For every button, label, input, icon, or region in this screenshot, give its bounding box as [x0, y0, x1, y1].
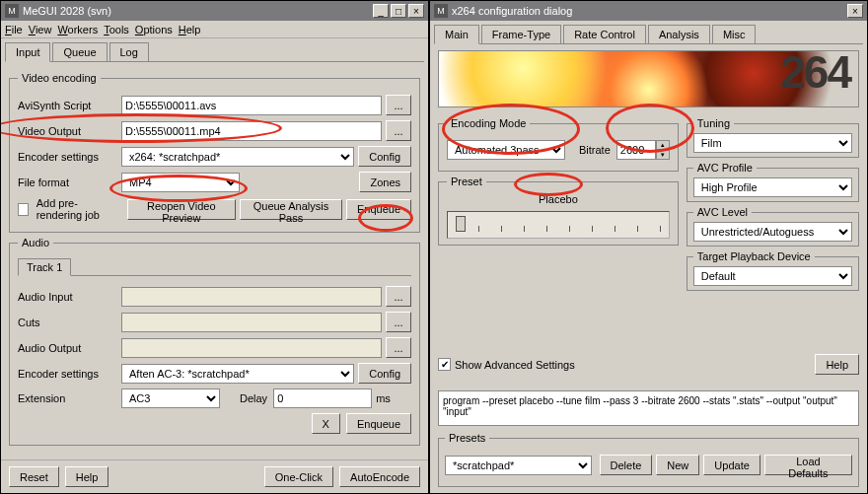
avisynth-input[interactable] — [121, 96, 382, 115]
bitrate-spinner[interactable]: ▲▼ — [616, 140, 670, 160]
video-output-input[interactable] — [121, 121, 382, 141]
menu-file[interactable]: File — [5, 24, 23, 35]
x264-config-window: M x264 configuration dialog × Main Frame… — [429, 0, 868, 494]
video-encoding-group: Video encoding AviSynth Script ... Video… — [9, 72, 420, 233]
ms-label: ms — [376, 392, 391, 404]
queue-analysis-button[interactable]: Queue Analysis Pass — [240, 199, 342, 220]
encoder-config-button[interactable]: Config — [358, 146, 411, 167]
titlebar[interactable]: M MeGUI 2028 (svn) _ □ × — [1, 1, 428, 21]
avc-profile-group: AVC Profile High Profile — [687, 162, 859, 202]
preset-update-button[interactable]: Update — [703, 455, 760, 475]
maximize-button[interactable]: □ — [391, 4, 406, 18]
tab-misc[interactable]: Misc — [712, 25, 757, 43]
preset-slider[interactable] — [447, 211, 670, 239]
audio-encoder-select[interactable]: Aften AC-3: *scratchpad* — [121, 364, 354, 384]
fileformat-select[interactable]: MP4 — [121, 173, 240, 192]
avc-profile-select[interactable]: High Profile — [693, 177, 852, 197]
preset-delete-button[interactable]: Delete — [600, 455, 653, 475]
video-output-browse-button[interactable]: ... — [386, 120, 411, 141]
delay-label: Delay — [240, 392, 267, 404]
video-encoding-legend: Video encoding — [18, 72, 101, 84]
menu-tools[interactable]: Tools — [104, 24, 129, 35]
tab-ratecontrol[interactable]: Rate Control — [563, 25, 646, 43]
reset-button[interactable]: Reset — [9, 466, 59, 487]
avisynth-label: AviSynth Script — [18, 100, 121, 111]
tuning-select[interactable]: Film — [693, 133, 852, 153]
encoding-mode-legend: Encoding Mode — [447, 117, 530, 129]
avisynth-browse-button[interactable]: ... — [386, 95, 411, 115]
reopen-preview-button[interactable]: Reopen Video Preview — [127, 199, 236, 220]
advanced-label: Show Advanced Settings — [455, 359, 575, 371]
tab-log[interactable]: Log — [109, 42, 149, 61]
audio-output-field[interactable] — [121, 338, 382, 358]
audio-input-field[interactable] — [121, 287, 382, 307]
menubar: File View Workers Tools Options Help — [1, 21, 428, 38]
close-button[interactable]: × — [408, 4, 424, 18]
bitrate-up-icon[interactable]: ▲ — [656, 140, 670, 150]
presets-legend: Presets — [445, 432, 489, 444]
prerender-label: Add pre-rendering job — [36, 197, 119, 221]
delay-input[interactable] — [273, 388, 372, 408]
zones-button[interactable]: Zones — [359, 172, 411, 192]
audio-config-button[interactable]: Config — [358, 363, 411, 384]
target-device-select[interactable]: Default — [693, 266, 852, 286]
avc-level-select[interactable]: Unrestricted/Autoguess — [693, 222, 852, 242]
close-button[interactable]: × — [847, 4, 863, 18]
advanced-checkbox[interactable]: ✔ — [438, 358, 451, 371]
audio-enqueue-button[interactable]: Enqueue — [346, 413, 411, 434]
encoder-settings-select[interactable]: x264: *scratchpad* — [121, 147, 354, 167]
menu-workers[interactable]: Workers — [57, 24, 98, 35]
window-title: MeGUI 2028 (svn) — [23, 5, 111, 17]
extension-label: Extension — [18, 392, 121, 404]
prerender-checkbox[interactable] — [18, 203, 29, 216]
minimize-button[interactable]: _ — [373, 4, 389, 18]
avc-profile-legend: AVC Profile — [693, 162, 757, 174]
main-content: Video encoding AviSynth Script ... Video… — [1, 62, 428, 459]
video-enqueue-button[interactable]: Enqueue — [346, 199, 411, 220]
tab-input[interactable]: Input — [5, 42, 50, 62]
titlebar[interactable]: M x264 configuration dialog × — [430, 1, 867, 21]
encoding-mode-group: Encoding Mode Automated 3pass Bitrate ▲▼ — [438, 117, 679, 172]
tab-analysis[interactable]: Analysis — [648, 25, 710, 43]
encoding-mode-select[interactable]: Automated 3pass — [447, 140, 565, 160]
banner-text: 264 — [780, 50, 850, 99]
preset-loaddefaults-button[interactable]: Load Defaults — [764, 455, 852, 475]
audio-input-browse-button[interactable]: ... — [386, 286, 411, 307]
autoencode-button[interactable]: AutoEncode — [339, 466, 420, 487]
audio-output-label: Audio Output — [18, 342, 121, 354]
avc-level-group: AVC Level Unrestricted/Autoguess — [687, 206, 859, 247]
presets-select[interactable]: *scratchpad* — [445, 456, 592, 475]
cuts-field[interactable] — [121, 313, 382, 332]
commandline-preview: program --preset placebo --tune film --p… — [438, 390, 859, 426]
menu-help[interactable]: Help — [179, 24, 201, 35]
menu-view[interactable]: View — [29, 24, 52, 35]
x264-banner: 264 — [438, 50, 859, 107]
extension-select[interactable]: AC3 — [121, 388, 220, 408]
cuts-browse-button[interactable]: ... — [386, 312, 411, 332]
bitrate-input[interactable] — [616, 140, 656, 160]
preset-new-button[interactable]: New — [656, 455, 699, 475]
audio-encoder-label: Encoder settings — [18, 368, 121, 380]
tuning-group: Tuning Film — [687, 117, 859, 158]
help-button[interactable]: Help — [815, 354, 859, 375]
help-button[interactable]: Help — [65, 466, 109, 487]
audio-output-browse-button[interactable]: ... — [386, 337, 411, 358]
config-tabs: Main Frame-Type Rate Control Analysis Mi… — [434, 25, 863, 44]
menu-options[interactable]: Options — [135, 24, 173, 35]
app-icon: M — [434, 4, 448, 18]
tab-frametype[interactable]: Frame-Type — [481, 25, 561, 43]
bitrate-down-icon[interactable]: ▼ — [656, 150, 670, 160]
encoder-settings-label: Encoder settings — [18, 151, 121, 163]
cuts-label: Cuts — [18, 317, 121, 328]
audio-x-button[interactable]: X — [312, 413, 340, 434]
preset-group: Preset Placebo — [438, 176, 679, 246]
audio-track1-tab[interactable]: Track 1 — [18, 258, 71, 276]
target-device-legend: Target Playback Device — [693, 250, 815, 262]
audio-input-label: Audio Input — [18, 291, 121, 303]
megui-main-window: M MeGUI 2028 (svn) _ □ × File View Worke… — [0, 0, 429, 494]
bottom-bar: Reset Help One-Click AutoEncode — [1, 459, 428, 493]
tab-queue[interactable]: Queue — [52, 42, 107, 61]
preset-legend: Preset — [447, 176, 486, 187]
tab-main[interactable]: Main — [434, 25, 479, 44]
oneclick-button[interactable]: One-Click — [264, 466, 333, 487]
